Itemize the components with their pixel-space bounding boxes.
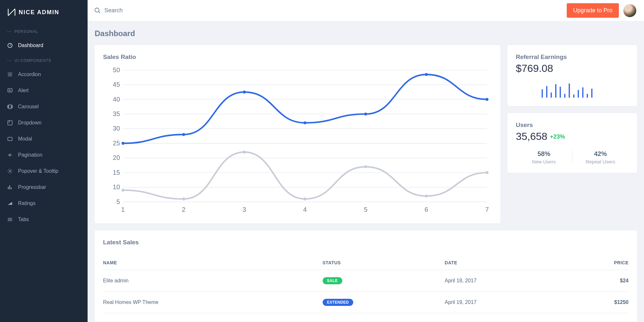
- svg-text:30: 30: [113, 125, 120, 132]
- svg-text:20: 20: [113, 154, 120, 161]
- table-header: NAME: [103, 256, 323, 270]
- spark-bar: [578, 90, 579, 98]
- ratings-icon: [7, 200, 13, 206]
- sidebar-item-dashboard[interactable]: Dashboard: [0, 37, 88, 54]
- sales-ratio-chart: 51015202530354045501234567: [103, 65, 492, 215]
- progressbar-icon: [7, 184, 13, 190]
- table-header: DATE: [445, 256, 571, 270]
- svg-point-47: [304, 121, 307, 124]
- sidebar-item-progressbar[interactable]: Progressbar: [0, 179, 88, 195]
- sidebar-item-pagination[interactable]: Pagination: [0, 147, 88, 163]
- nav-section-personal: PERSONAL: [0, 24, 88, 37]
- spark-bar: [564, 94, 565, 98]
- brand-name: NICE ADMIN: [19, 9, 59, 16]
- svg-rect-2: [9, 105, 11, 109]
- spark-bar: [542, 89, 543, 98]
- sale-price: $1250: [571, 291, 629, 313]
- upgrade-button[interactable]: Upgrade to Pro: [567, 3, 619, 18]
- dashboard-icon: [7, 43, 13, 48]
- sale-status: SALE: [323, 270, 445, 291]
- sale-status: EXTENDED: [323, 291, 445, 313]
- svg-point-50: [486, 98, 488, 101]
- table-header: STATUS: [323, 256, 445, 270]
- alert-icon: [7, 88, 13, 93]
- sidebar-item-label: Alert: [18, 88, 29, 93]
- sidebar-item-label: Ratings: [18, 200, 35, 206]
- search-input[interactable]: [104, 7, 207, 14]
- sidebar-item-carousel[interactable]: Carousel: [0, 99, 88, 115]
- sidebar: NICE ADMIN PERSONAL Dashboard UI COMPONE…: [0, 0, 88, 322]
- sidebar-item-popover[interactable]: Popover & Tooltip: [0, 163, 88, 179]
- svg-text:25: 25: [113, 140, 120, 147]
- sale-date: April 19, 2017: [445, 291, 571, 313]
- svg-point-44: [121, 142, 124, 145]
- svg-text:6: 6: [424, 206, 428, 213]
- spark-bar: [560, 87, 561, 98]
- latest-sales-card: Latest Sales NAMESTATUSDATEPRICE Elite a…: [95, 230, 637, 322]
- sale-date: April 18, 2017: [445, 270, 571, 291]
- svg-text:35: 35: [113, 110, 120, 117]
- sale-price: $24: [571, 270, 629, 291]
- dropdown-icon: [7, 120, 13, 126]
- sidebar-item-dropdown[interactable]: Dropdown: [0, 115, 88, 131]
- referral-sparkline: [516, 83, 629, 98]
- page-title: Dashboard: [95, 29, 637, 38]
- svg-text:15: 15: [113, 169, 120, 176]
- spark-bar: [551, 93, 552, 98]
- svg-point-8: [9, 171, 11, 172]
- svg-point-38: [182, 198, 185, 200]
- svg-point-45: [182, 133, 185, 136]
- users-repeat: 42% Repeat Users: [572, 150, 629, 164]
- sidebar-item-label: Carousel: [18, 104, 39, 110]
- accordion-icon: [7, 72, 13, 77]
- referral-title: Referral Earnings: [516, 54, 629, 61]
- sidebar-item-label: Tabs: [18, 217, 29, 222]
- table-row[interactable]: Elite adminSALEApril 18, 2017$24: [103, 270, 629, 291]
- svg-text:45: 45: [113, 81, 120, 88]
- users-card: Users 35,658+23% 58% New Users 42% Rep: [507, 113, 637, 173]
- sidebar-item-modal[interactable]: Modal: [0, 131, 88, 147]
- sidebar-item-accordion[interactable]: Accordion: [0, 66, 88, 83]
- svg-point-37: [121, 189, 124, 191]
- sidebar-item-alert[interactable]: Alert: [0, 83, 88, 99]
- sidebar-item-tabs[interactable]: Tabs: [0, 211, 88, 228]
- pagination-icon: [7, 152, 13, 158]
- svg-rect-7: [8, 137, 12, 141]
- svg-text:40: 40: [113, 96, 120, 103]
- svg-text:7: 7: [485, 206, 489, 213]
- sale-name: Elite admin: [103, 270, 323, 291]
- sales-ratio-title: Sales Ratio: [103, 54, 492, 61]
- svg-point-9: [95, 8, 99, 12]
- svg-point-41: [364, 165, 367, 168]
- svg-text:10: 10: [113, 183, 120, 190]
- svg-text:1: 1: [121, 206, 125, 213]
- users-delta: +23%: [550, 133, 565, 140]
- svg-rect-3: [8, 105, 8, 108]
- sidebar-item-label: Popover & Tooltip: [18, 168, 58, 174]
- tabs-icon: [7, 217, 13, 222]
- latest-sales-table: NAMESTATUSDATEPRICE Elite adminSALEApril…: [103, 256, 629, 313]
- svg-rect-1: [8, 89, 12, 92]
- popover-icon: [7, 168, 13, 174]
- table-row[interactable]: Real Homes WP ThemeEXTENDEDApril 19, 201…: [103, 291, 629, 313]
- brand[interactable]: NICE ADMIN: [0, 0, 88, 24]
- sidebar-item-label: Accordion: [18, 72, 41, 77]
- svg-point-40: [304, 198, 307, 200]
- svg-rect-6: [9, 122, 10, 122]
- svg-text:50: 50: [113, 66, 120, 73]
- spark-bar: [582, 87, 583, 98]
- avatar[interactable]: [623, 4, 636, 17]
- table-header: PRICE: [571, 256, 629, 270]
- sidebar-item-label: Dropdown: [18, 120, 42, 126]
- svg-text:5: 5: [116, 198, 120, 205]
- spark-bar: [591, 89, 592, 98]
- sale-name: Real Homes WP Theme: [103, 291, 323, 313]
- svg-point-43: [486, 171, 488, 174]
- svg-point-39: [243, 151, 246, 153]
- svg-rect-4: [12, 105, 12, 108]
- svg-point-49: [425, 73, 428, 76]
- svg-text:3: 3: [242, 206, 246, 213]
- sidebar-item-ratings[interactable]: Ratings: [0, 195, 88, 211]
- spark-bar: [555, 84, 556, 98]
- svg-point-48: [364, 112, 367, 115]
